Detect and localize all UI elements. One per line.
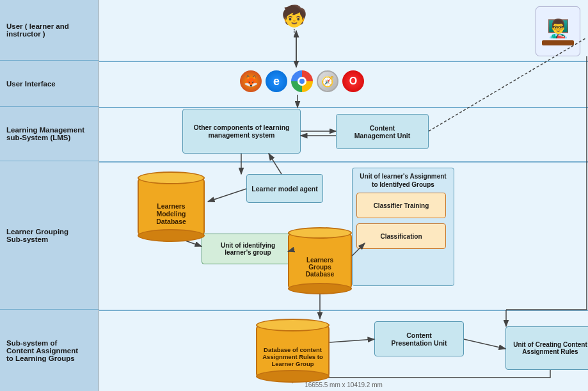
unit-learner-assignment-label: Unit of learner's Assignment to Identify…	[356, 172, 450, 189]
browser-icons: 🦊 e 🧭 O	[240, 70, 364, 92]
cylinder-body-learners: Learners Modeling Database	[138, 178, 205, 235]
cylinder-bottom-groups	[288, 283, 352, 294]
svg-line-13	[330, 339, 374, 342]
other-components-box: Other components of learning management …	[182, 109, 301, 154]
learners-modeling-cylinder: Learners Modeling Database	[138, 172, 205, 242]
label-ui: User Interface	[0, 61, 99, 107]
footer-text: 16655.5 mm x 10419.2 mm	[305, 381, 383, 388]
svg-line-16	[269, 154, 282, 174]
divider-4	[99, 310, 588, 311]
database-content-cylinder: Database of content Assignment Rules to …	[256, 319, 330, 383]
divider-1	[99, 61, 588, 62]
safari-icon: 🧭	[317, 70, 338, 92]
divider-2	[99, 107, 588, 108]
ie-icon: e	[266, 70, 287, 92]
content-presentation-box: Content Presentation Unit	[374, 321, 464, 356]
classification-box: Classification	[356, 223, 446, 249]
left-labels: User ( learner and instructor ) User Int…	[0, 0, 99, 391]
learners-groups-cylinder: Learners Groups Database	[288, 227, 352, 294]
divider-3	[99, 161, 588, 163]
firefox-icon: 🦊	[240, 70, 262, 92]
diagram-container: User ( learner and instructor ) User Int…	[0, 0, 588, 391]
cylinder-bottom-learners	[138, 229, 205, 242]
label-lms: Learning Management sub-System (LMS)	[0, 107, 99, 161]
cylinder-top-content	[256, 319, 330, 331]
unit-learner-assignment-container: Unit of learner's Assignment to Identify…	[352, 168, 454, 286]
learner-model-agent-box: Learner model agent	[246, 174, 323, 203]
cylinder-top-learners	[138, 172, 205, 184]
cylinder-bottom-content	[256, 370, 330, 383]
label-grouping: Learner Grouping Sub-system	[0, 161, 99, 310]
content-management-box: Content Management Unit	[336, 114, 429, 149]
cylinder-body-groups: Learners Groups Database	[288, 233, 352, 289]
unit-identifying-box: Unit of identifying learner's group	[202, 234, 294, 264]
label-assignment: Sub-system of Content Assignment to Lear…	[0, 310, 99, 391]
student-figure: 🧒 ↕	[282, 4, 307, 34]
chrome-icon	[291, 70, 313, 92]
cylinder-top-groups	[288, 227, 352, 239]
svg-line-14	[464, 339, 505, 349]
classifier-training-box: Classifier Training	[356, 193, 446, 218]
label-user: User ( learner and instructor )	[0, 0, 99, 61]
content-area: 🧒 ↕ 👨‍🏫 🦊 e 🧭	[99, 0, 588, 391]
opera-icon: O	[342, 70, 364, 92]
svg-line-8	[208, 189, 246, 202]
unit-creating-box: Unit of Creating Content Assignment Rule…	[505, 326, 588, 370]
desk	[542, 40, 574, 45]
teacher-figure: 👨‍🏫	[536, 6, 580, 56]
